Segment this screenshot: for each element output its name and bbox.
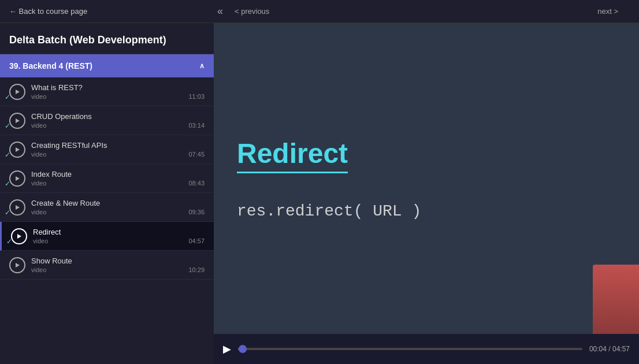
lesson-info: Create & New Route video 09:36 <box>31 199 205 216</box>
lesson-meta: video 04:57 <box>33 237 205 244</box>
svg-marker-5 <box>17 234 21 239</box>
lesson-item[interactable]: What is REST? video 11:03 ✓ <box>0 77 214 106</box>
lesson-duration: 07:45 <box>188 151 205 158</box>
video-area: Redirect res.redirect( URL ) ▶ 00:04 / 0… <box>214 23 639 364</box>
lesson-item[interactable]: Index Route video 08:43 ✓ <box>0 164 214 193</box>
lesson-info: CRUD Operations video 03:14 <box>31 112 205 129</box>
lesson-title: Creating RESTful APIs <box>31 141 205 150</box>
lesson-item[interactable]: CRUD Operations video 03:14 ✓ <box>0 106 214 135</box>
back-to-course-link[interactable]: ← Back to course page <box>9 7 87 16</box>
play-icon <box>9 84 25 100</box>
lesson-title: CRUD Operations <box>31 112 205 121</box>
check-mark: ✓ <box>5 209 10 217</box>
check-mark: ✓ <box>5 93 10 101</box>
lesson-meta: video 03:14 <box>31 122 205 129</box>
lesson-duration: 03:14 <box>188 122 205 129</box>
instructor-thumbnail <box>593 265 639 334</box>
lesson-meta: video 07:45 <box>31 151 205 158</box>
sidebar: Delta Batch (Web Development) 39. Backen… <box>0 23 214 364</box>
slide-title: Redirect <box>237 138 348 173</box>
lesson-meta: video 09:36 <box>31 209 205 216</box>
play-icon <box>9 113 25 129</box>
video-content: Redirect res.redirect( URL ) <box>214 23 639 334</box>
lesson-info: Creating RESTful APIs video 07:45 <box>31 141 205 158</box>
lesson-type: video <box>33 237 48 244</box>
instructor-silhouette <box>593 265 639 334</box>
lesson-title: Create & New Route <box>31 199 205 207</box>
lesson-duration: 04:57 <box>188 237 205 244</box>
check-mark: ✓ <box>5 151 10 159</box>
svg-marker-0 <box>16 90 20 94</box>
play-icon <box>9 142 25 158</box>
progress-bar[interactable] <box>238 348 582 350</box>
lesson-title: Show Route <box>31 257 205 265</box>
lesson-item[interactable]: Redirect video 04:57 ✓ <box>0 222 214 251</box>
top-bar-left: ← Back to course page « <box>9 5 223 17</box>
svg-marker-3 <box>16 176 20 181</box>
lesson-type: video <box>31 180 46 187</box>
lesson-type: video <box>31 93 46 100</box>
lesson-info: What is REST? video 11:03 <box>31 83 205 100</box>
lesson-item[interactable]: Create & New Route video 09:36 ✓ <box>0 193 214 222</box>
lesson-info: Index Route video 08:43 <box>31 170 205 187</box>
lesson-type: video <box>31 151 46 158</box>
lesson-meta: video 08:43 <box>31 180 205 187</box>
lesson-title: What is REST? <box>31 83 205 92</box>
course-title: Delta Batch (Web Development) <box>9 34 205 47</box>
lesson-type: video <box>31 266 46 273</box>
time-display: 00:04 / 04:57 <box>589 345 630 353</box>
lesson-item[interactable]: Show Route video 10:29 <box>0 251 214 280</box>
top-bar: ← Back to course page « < previous next … <box>0 0 639 23</box>
play-icon <box>9 257 25 273</box>
main-content: Delta Batch (Web Development) 39. Backen… <box>0 23 639 364</box>
check-mark: ✓ <box>5 180 10 188</box>
lesson-meta: video 11:03 <box>31 93 205 100</box>
lesson-title: Index Route <box>31 170 205 179</box>
svg-marker-1 <box>16 118 20 123</box>
slide-content: Redirect res.redirect( URL ) <box>214 114 639 243</box>
slide-code: res.redirect( URL ) <box>237 202 616 220</box>
sidebar-header: Delta Batch (Web Development) <box>0 23 214 54</box>
video-controls: ▶ 00:04 / 04:57 <box>214 334 639 364</box>
check-mark: ✓ <box>6 237 12 246</box>
lesson-title: Redirect <box>33 228 205 236</box>
lesson-list: What is REST? video 11:03 ✓ CRUD Operati… <box>0 77 214 364</box>
play-icon <box>11 228 27 244</box>
lesson-meta: video 10:29 <box>31 266 205 273</box>
check-mark: ✓ <box>5 122 10 130</box>
next-button[interactable]: next > <box>597 7 618 16</box>
lesson-item[interactable]: Creating RESTful APIs video 07:45 ✓ <box>0 135 214 164</box>
prev-button[interactable]: < previous <box>235 7 269 16</box>
lesson-info: Show Route video 10:29 <box>31 257 205 273</box>
lesson-duration: 10:29 <box>188 266 205 273</box>
lesson-type: video <box>31 122 46 129</box>
lesson-duration: 09:36 <box>188 209 205 216</box>
play-icon <box>9 170 25 187</box>
svg-marker-6 <box>16 263 20 268</box>
section-chevron: ∧ <box>199 62 205 70</box>
progress-fill <box>238 348 243 350</box>
collapse-sidebar-button[interactable]: « <box>217 5 223 17</box>
lesson-info: Redirect video 04:57 <box>33 228 205 244</box>
play-icon <box>9 199 25 216</box>
lesson-duration: 11:03 <box>188 93 205 100</box>
svg-marker-2 <box>16 147 20 152</box>
progress-dot <box>239 345 247 353</box>
section-header[interactable]: 39. Backend 4 (REST) ∧ <box>0 54 214 77</box>
top-bar-nav: < previous next > <box>223 7 630 16</box>
section-label: 39. Backend 4 (REST) <box>9 61 92 70</box>
svg-marker-4 <box>16 205 20 210</box>
lesson-duration: 08:43 <box>188 180 205 187</box>
lesson-type: video <box>31 209 46 216</box>
play-button[interactable]: ▶ <box>223 343 231 355</box>
